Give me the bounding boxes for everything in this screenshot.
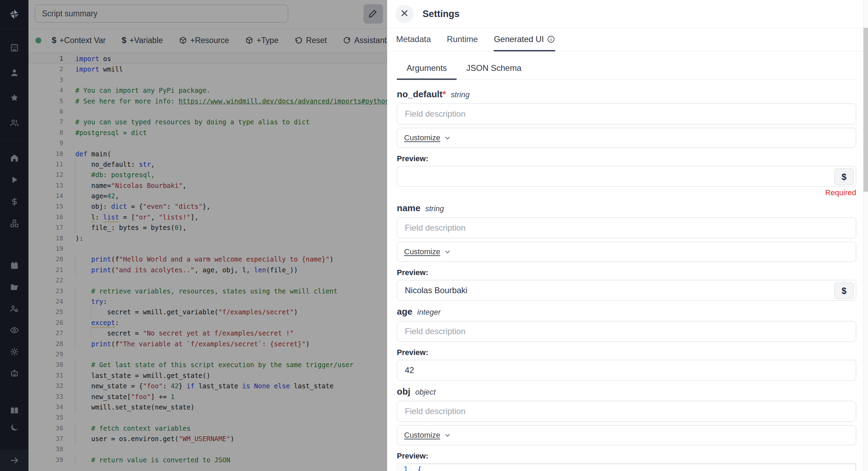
customize-label: Customize <box>404 247 440 256</box>
field-description-input[interactable] <box>397 104 856 124</box>
field-description-input[interactable] <box>397 217 856 238</box>
field-type: integer <box>417 308 441 317</box>
preview-input-name[interactable] <box>397 280 856 301</box>
field-type: string <box>451 90 470 99</box>
field-no_default: no_default*stringCustomizePreview:$Requi… <box>397 89 856 197</box>
preview-label: Preview: <box>397 154 856 163</box>
settings-content: ArgumentsJSON Schema no_default*stringCu… <box>387 51 868 471</box>
close-icon <box>400 8 409 19</box>
preview-label: Preview: <box>397 268 856 277</box>
tab-runtime[interactable]: Runtime <box>447 28 478 51</box>
required-note: Required <box>397 188 856 197</box>
preview-input-age[interactable] <box>397 360 856 381</box>
tab-generated-ui[interactable]: Generated UI <box>494 28 555 51</box>
info-icon[interactable] <box>547 35 555 43</box>
chevron-down-icon <box>444 248 451 256</box>
field-type: object <box>415 388 436 397</box>
customize-toggle[interactable]: Customize <box>397 425 856 445</box>
tab-metadata[interactable]: Metadata <box>396 28 431 51</box>
modal-overlay[interactable] <box>0 0 387 471</box>
tab-label: Generated UI <box>494 34 544 44</box>
field-type: string <box>425 204 444 213</box>
generated-ui-subtabs: ArgumentsJSON Schema <box>397 60 856 80</box>
preview-label: Preview: <box>397 452 856 461</box>
field-name: namestringCustomizePreview:$ <box>397 203 856 301</box>
panel-scrollbar-thumb[interactable] <box>863 28 868 192</box>
windmill-app: $+Context Var$+Variable+Resource+TypeRes… <box>0 0 868 471</box>
field-age: ageintegerPreview: <box>397 306 856 381</box>
tab-label: Metadata <box>396 34 431 44</box>
panel-scrollbar-track[interactable] <box>863 0 868 471</box>
customize-toggle[interactable]: Customize <box>397 242 856 262</box>
field-description-input[interactable] <box>397 321 856 342</box>
field-name: no_default <box>397 89 442 100</box>
json-preview-editor[interactable]: 1{2 "even": "dicts" <box>397 463 856 471</box>
settings-drawer: Settings MetadataRuntimeGenerated UI Arg… <box>387 0 868 471</box>
dollar-toggle-button[interactable]: $ <box>834 168 854 185</box>
chevron-down-icon <box>444 134 451 142</box>
settings-title: Settings <box>423 9 460 19</box>
chevron-down-icon <box>444 431 451 439</box>
subtab-json-schema[interactable]: JSON Schema <box>457 60 531 80</box>
field-obj: objobjectCustomizePreview:1{2 "even": "d… <box>397 386 856 471</box>
subtab-arguments[interactable]: Arguments <box>397 60 457 80</box>
field-description-input[interactable] <box>397 401 856 422</box>
tab-label: Runtime <box>447 34 478 44</box>
json-line[interactable]: 1{ <box>397 464 856 471</box>
settings-header: Settings <box>387 0 868 28</box>
close-button[interactable] <box>395 5 414 23</box>
customize-toggle[interactable]: Customize <box>397 128 856 148</box>
field-name: obj <box>397 386 410 397</box>
customize-label: Customize <box>404 133 440 142</box>
required-asterisk: * <box>442 89 446 100</box>
dollar-toggle-button[interactable]: $ <box>834 282 854 299</box>
preview-label: Preview: <box>397 348 856 357</box>
customize-label: Customize <box>404 431 440 440</box>
field-name: name <box>397 203 420 214</box>
field-name: age <box>397 306 412 317</box>
preview-input-no_default[interactable] <box>397 166 856 187</box>
settings-tabs: MetadataRuntimeGenerated UI <box>387 28 868 51</box>
